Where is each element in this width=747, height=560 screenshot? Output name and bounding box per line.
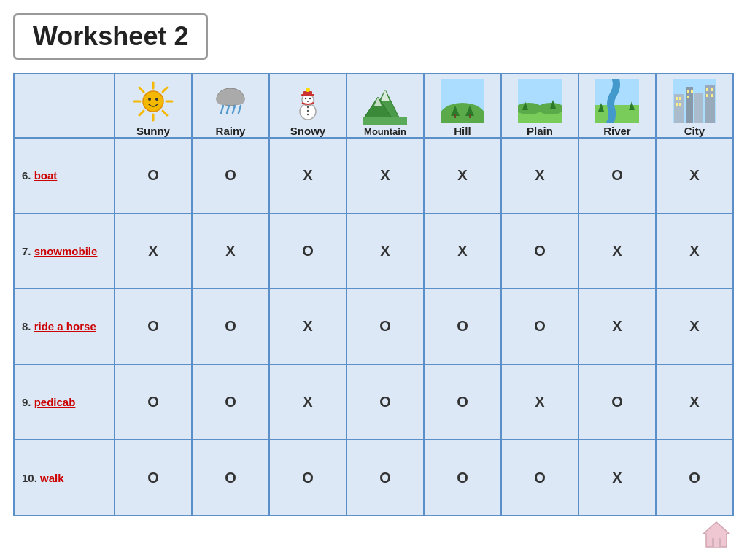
row-label-cell: 10. walk [14,440,115,516]
row-label-link[interactable]: snowmobile [34,245,98,257]
header-river-label: River [581,125,654,137]
header-rainy-label: Rainy [194,125,267,137]
value-cell: X [578,289,656,365]
value-cell: X [656,365,733,440]
plain-icon [516,77,563,125]
svg-rect-68 [714,538,719,547]
value-cell: X [269,138,347,214]
snowy-icon [284,77,331,125]
header-mountain: Mountain [347,74,424,138]
row-label-link[interactable]: boat [34,169,58,182]
home-icon[interactable] [702,521,731,548]
svg-rect-39 [469,114,471,118]
sunny-icon [130,77,177,125]
worksheet-table: Sunny [13,73,734,516]
header-snowy: Snowy [269,74,347,138]
value-cell: O [501,214,578,289]
header-city-label: City [658,125,731,137]
svg-line-16 [233,106,235,113]
hill-icon [438,77,486,125]
svg-point-22 [306,88,310,92]
header-sunny: Sunny [115,74,192,138]
river-icon [593,77,640,125]
value-cell: X [269,289,347,365]
value-cell: O [501,440,578,516]
svg-rect-38 [454,114,456,118]
value-cell: O [424,440,501,516]
value-cell: O [192,289,269,365]
row-label-link[interactable]: pedicab [34,396,76,408]
value-cell: X [578,440,656,516]
row-number: 9. [22,396,34,408]
svg-rect-57 [676,103,678,106]
svg-rect-62 [706,88,708,91]
value-cell: O [578,138,656,214]
header-plain: Plain [501,74,578,138]
city-icon [670,77,718,125]
value-cell: X [347,214,424,289]
value-cell: O [424,365,501,440]
header-sunny-label: Sunny [117,125,190,137]
svg-rect-64 [706,94,708,97]
value-cell: O [424,289,501,365]
value-cell: X [192,214,269,289]
header-plain-label: Plain [503,125,576,137]
svg-point-9 [148,98,151,101]
value-cell: O [192,365,269,440]
row-label-cell: 7. snowmobile [14,214,115,289]
svg-point-24 [309,97,311,98]
svg-rect-55 [676,97,678,100]
header-hill-label: Hill [426,125,499,137]
svg-point-12 [216,93,231,105]
value-cell: O [578,365,656,440]
header-city: City [656,74,733,138]
value-cell: X [578,214,656,289]
header-snowy-label: Snowy [271,125,344,137]
svg-rect-60 [691,90,693,93]
svg-point-26 [307,106,309,107]
svg-rect-21 [301,94,314,96]
value-cell: X [424,214,501,289]
svg-point-28 [307,113,309,114]
table-row: 7. snowmobileXXOXXOXX [14,214,733,289]
svg-rect-61 [687,96,689,98]
svg-rect-58 [679,103,681,106]
header-label-empty [14,74,115,138]
svg-rect-53 [694,93,703,123]
row-label-link[interactable]: walk [40,472,64,484]
svg-point-25 [307,101,309,102]
value-cell: O [115,289,192,365]
svg-rect-56 [679,97,681,100]
row-number: 10. [22,472,40,484]
header-hill: Hill [424,74,501,138]
value-cell: X [501,138,578,214]
value-cell: O [347,440,424,516]
worksheet-title: Worksheet 2 [13,13,208,60]
value-cell: X [347,138,424,214]
value-cell: O [115,138,192,214]
value-cell: O [347,289,424,365]
value-cell: O [192,138,269,214]
value-cell: X [656,138,733,214]
row-number: 7. [22,245,34,257]
svg-point-10 [155,98,158,101]
value-cell: X [269,365,347,440]
rainy-icon [207,77,255,125]
row-label-link[interactable]: ride a horse [34,320,96,332]
svg-line-17 [239,106,241,113]
value-cell: X [115,214,192,289]
svg-line-5 [163,111,167,115]
row-number: 8. [22,320,34,332]
value-cell: O [269,440,347,516]
row-number: 6. [22,169,34,182]
value-cell: O [347,365,424,440]
value-cell: X [656,289,733,365]
table-row: 9. pedicabOOXOOXOX [14,365,733,440]
row-label-cell: 9. pedicab [14,365,115,440]
value-cell: O [115,365,192,440]
svg-point-23 [305,97,306,98]
svg-rect-59 [687,90,689,93]
value-cell: O [269,214,347,289]
row-label-cell: 6. boat [14,138,115,214]
header-mountain-label: Mountain [349,126,422,137]
